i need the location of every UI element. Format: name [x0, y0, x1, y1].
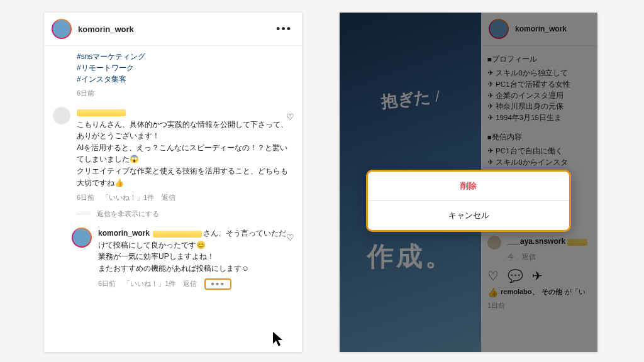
comment-meta: 6日前 「いいね！」1件 返信 •••	[98, 278, 293, 290]
avatar[interactable]	[72, 228, 92, 248]
caption-hashtags: #snsマーケティング #リモートワーク #インスタ集客	[77, 51, 293, 85]
comment: こもりんさん、具体的かつ実践的な情報を公開して下さって、ありがとうございます！ …	[53, 107, 293, 203]
username[interactable]: komorin_work	[78, 25, 134, 34]
hide-replies-toggle[interactable]: 返信を非表示にする	[77, 209, 293, 219]
post-detail-panel: 抱ぎた / ・でまる 作成。 komorin_work ■プロフィール ✈ スキ…	[340, 13, 597, 352]
comment-timestamp: 6日前	[98, 278, 116, 289]
delete-button[interactable]: 削除	[368, 172, 569, 201]
comment-reply: komorin_work さん、そう言っていただけて投稿にして良かったです😊 業…	[72, 228, 293, 289]
hashtag-link[interactable]: #インスタ集客	[77, 74, 293, 85]
hashtag-link[interactable]: #snsマーケティング	[77, 51, 293, 62]
like-icon[interactable]: ♡	[286, 233, 294, 243]
panel-header: komorin_work •••	[44, 13, 302, 46]
post-timestamp: 6日前	[77, 89, 293, 98]
action-sheet: 削除 キャンセル	[366, 170, 571, 232]
reply-button[interactable]: 返信	[183, 278, 197, 289]
comment-meta: 6日前 「いいね！」1件 返信	[77, 192, 293, 203]
comment-text: クリエイティブな作業と使える技術を活用すること、どちらも大切ですね👍	[77, 167, 288, 187]
comment-text: こもりんさん、具体的かつ実践的な情報を公開して下さって、ありがとうございます！	[77, 120, 288, 141]
comments-panel: komorin_work ••• #snsマーケティング #リモートワーク #イ…	[44, 13, 302, 352]
cancel-button[interactable]: キャンセル	[368, 201, 569, 230]
hashtag-link[interactable]: #リモートワーク	[77, 62, 293, 74]
comment-more-button[interactable]: •••	[204, 278, 231, 290]
comment-text: AIを活用すると、えっ？こんなにスピーディーなの！？と驚いてしまいました😱	[77, 143, 287, 164]
comment-author[interactable]: komorin_work	[98, 229, 150, 238]
avatar[interactable]	[52, 19, 72, 39]
avatar[interactable]	[53, 107, 70, 124]
comment-content: komorin_work さん、そう言っていただけて投稿にして良かったです😊 業…	[98, 228, 293, 289]
comment-timestamp: 6日前	[77, 192, 94, 203]
reply-button[interactable]: 返信	[162, 192, 175, 203]
comments-body: #snsマーケティング #リモートワーク #インスタ集客 6日前 こもりんさん、…	[44, 46, 302, 352]
comment-text: またおすすめの機能があれば投稿にします☺	[98, 264, 249, 273]
comment-likes[interactable]: 「いいね！」1件	[102, 192, 154, 203]
redacted-username	[77, 109, 126, 116]
like-icon[interactable]: ♡	[286, 112, 294, 122]
more-icon[interactable]: •••	[274, 23, 294, 35]
comment-likes[interactable]: 「いいね！」1件	[123, 278, 175, 289]
redacted-mention	[153, 231, 202, 238]
comment-content: こもりんさん、具体的かつ実践的な情報を公開して下さって、ありがとうございます！ …	[77, 107, 293, 203]
comment-text: 業務が一気に効率UPしますよね！	[98, 252, 214, 261]
